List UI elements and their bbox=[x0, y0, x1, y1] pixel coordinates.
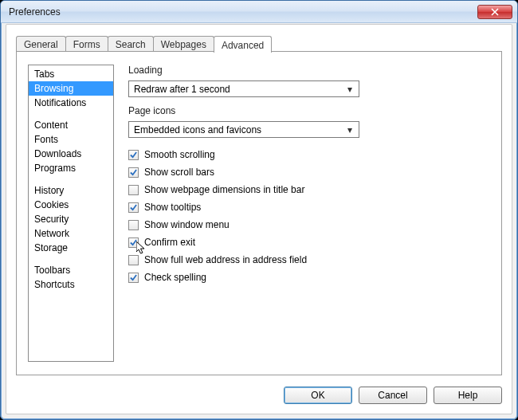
tab-search[interactable]: Search bbox=[108, 36, 154, 52]
sidebar-item-storage[interactable]: Storage bbox=[29, 241, 113, 255]
close-icon bbox=[491, 8, 499, 16]
checkbox[interactable] bbox=[128, 273, 139, 283]
checkbox-label[interactable]: Show window menu bbox=[144, 219, 230, 230]
window-title: Preferences bbox=[9, 6, 477, 18]
ok-button[interactable]: OK bbox=[284, 387, 352, 404]
checkbox[interactable] bbox=[128, 167, 139, 178]
checkbox[interactable] bbox=[128, 220, 139, 230]
sidebar-item-notifications[interactable]: Notifications bbox=[29, 96, 113, 110]
chevron-down-icon: ▾ bbox=[344, 84, 355, 95]
help-button[interactable]: Help bbox=[434, 387, 502, 404]
preferences-window: Preferences GeneralFormsSearchWebpagesAd… bbox=[0, 0, 518, 420]
sidebar-item-tabs[interactable]: Tabs bbox=[29, 67, 113, 81]
tab-strip: GeneralFormsSearchWebpagesAdvanced bbox=[16, 34, 502, 52]
page-icons-label: Page icons bbox=[128, 105, 489, 116]
page-icons-value: Embedded icons and favicons bbox=[134, 124, 344, 135]
settings-content: Loading Redraw after 1 second ▾ Page ico… bbox=[127, 65, 490, 362]
check-row: Show tooltips bbox=[128, 198, 489, 216]
cancel-button[interactable]: Cancel bbox=[359, 387, 427, 404]
tab-forms[interactable]: Forms bbox=[65, 36, 108, 52]
sidebar-item-downloads[interactable]: Downloads bbox=[29, 147, 113, 161]
check-row: Show webpage dimensions in title bar bbox=[128, 181, 489, 198]
check-row: Smooth scrolling bbox=[128, 146, 489, 163]
checkbox[interactable] bbox=[128, 237, 139, 248]
client-area: GeneralFormsSearchWebpagesAdvanced TabsB… bbox=[6, 24, 512, 414]
check-row: Show window menu bbox=[128, 216, 489, 234]
checkbox-label[interactable]: Show tooltips bbox=[144, 202, 201, 213]
checkbox[interactable] bbox=[128, 150, 139, 160]
sidebar-item-content[interactable]: Content bbox=[29, 118, 113, 132]
chevron-down-icon: ▾ bbox=[344, 124, 355, 135]
sidebar-item-cookies[interactable]: Cookies bbox=[29, 198, 113, 212]
loading-value: Redraw after 1 second bbox=[134, 84, 344, 95]
check-row: Check spelling bbox=[128, 269, 489, 286]
sidebar-item-toolbars[interactable]: Toolbars bbox=[29, 263, 113, 277]
tab-general[interactable]: General bbox=[16, 36, 66, 52]
close-button[interactable] bbox=[477, 5, 512, 19]
dialog-buttons: OK Cancel Help bbox=[284, 387, 502, 404]
checkbox-label[interactable]: Show webpage dimensions in title bar bbox=[144, 184, 304, 195]
checkbox[interactable] bbox=[128, 202, 139, 213]
category-sidebar: TabsBrowsingNotificationsContentFontsDow… bbox=[28, 65, 114, 362]
page-icons-dropdown[interactable]: Embedded icons and favicons ▾ bbox=[128, 121, 359, 138]
check-row: Show full web address in address field bbox=[128, 251, 489, 269]
titlebar: Preferences bbox=[1, 1, 517, 23]
checkbox-label[interactable]: Check spelling bbox=[144, 272, 206, 283]
sidebar-item-fonts[interactable]: Fonts bbox=[29, 132, 113, 147]
sidebar-item-programs[interactable]: Programs bbox=[29, 161, 113, 175]
sidebar-item-security[interactable]: Security bbox=[29, 212, 113, 226]
sidebar-item-network[interactable]: Network bbox=[29, 226, 113, 241]
check-row: Show scroll bars bbox=[128, 163, 489, 181]
checkbox-label[interactable]: Smooth scrolling bbox=[144, 149, 215, 160]
sidebar-item-history[interactable]: History bbox=[29, 183, 113, 198]
check-row: Confirm exit bbox=[128, 234, 489, 251]
checkbox[interactable] bbox=[128, 185, 139, 195]
checkbox-group: Smooth scrollingShow scroll barsShow web… bbox=[128, 146, 489, 286]
checkbox[interactable] bbox=[128, 255, 139, 265]
loading-dropdown[interactable]: Redraw after 1 second ▾ bbox=[128, 80, 359, 97]
sidebar-item-browsing[interactable]: Browsing bbox=[29, 81, 113, 96]
checkbox-label[interactable]: Confirm exit bbox=[144, 237, 195, 248]
checkbox-label[interactable]: Show scroll bars bbox=[144, 167, 214, 178]
sidebar-item-shortcuts[interactable]: Shortcuts bbox=[29, 277, 113, 292]
tab-advanced[interactable]: Advanced bbox=[214, 36, 272, 53]
loading-label: Loading bbox=[128, 65, 489, 76]
tab-webpages[interactable]: Webpages bbox=[153, 36, 214, 52]
checkbox-label[interactable]: Show full web address in address field bbox=[144, 254, 307, 265]
tab-panel-advanced: TabsBrowsingNotificationsContentFontsDow… bbox=[16, 52, 502, 375]
